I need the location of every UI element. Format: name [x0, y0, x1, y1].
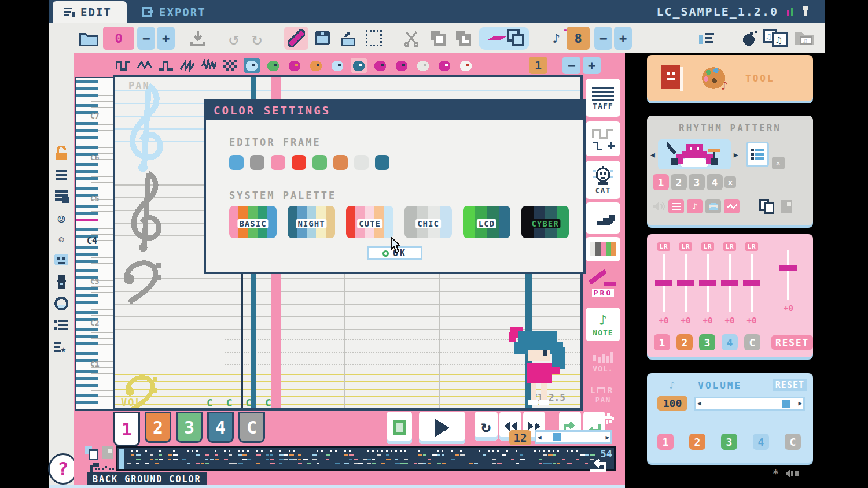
volume-right-arrow[interactable]: ▶: [798, 400, 802, 407]
key-list-icon[interactable]: [53, 317, 70, 334]
stamp-tool-icon[interactable]: [311, 27, 334, 50]
piano-black-key[interactable]: [76, 401, 98, 404]
list-icon[interactable]: [53, 166, 70, 183]
piano-black-key[interactable]: [76, 129, 98, 132]
instrument-frog-icon[interactable]: [264, 57, 282, 74]
cut-icon[interactable]: [400, 27, 423, 50]
editor-frame-swatch[interactable]: [354, 155, 369, 170]
instrument-fish-icon[interactable]: [243, 57, 260, 74]
instrument-plus-button[interactable]: +: [583, 57, 601, 74]
folder-icon[interactable]: [77, 27, 100, 50]
timeline-loop-icon[interactable]: [586, 457, 609, 475]
pan-slider-handle[interactable]: [677, 280, 694, 286]
piano-black-key[interactable]: [76, 228, 98, 231]
piano-black-key[interactable]: [76, 253, 98, 256]
lock-open-icon[interactable]: [53, 145, 70, 162]
track-tab-4[interactable]: 4: [207, 412, 234, 443]
piano-black-key[interactable]: [76, 122, 98, 125]
mode-stairs-button[interactable]: [586, 202, 620, 234]
stop-button[interactable]: [387, 412, 412, 444]
piano-black-key[interactable]: [76, 136, 98, 139]
rhythm-slot-3[interactable]: 3: [689, 174, 705, 190]
instrument-minus-button[interactable]: −: [562, 57, 580, 74]
song-plus-button[interactable]: +: [157, 27, 175, 50]
volume-reset-button[interactable]: RESET: [773, 379, 807, 391]
editor-frame-swatch[interactable]: [250, 155, 264, 170]
tool-panel[interactable]: ♪ TOOL: [647, 55, 813, 101]
piano-black-key[interactable]: [76, 219, 98, 221]
save-icon[interactable]: [187, 27, 209, 50]
piano-black-key[interactable]: [76, 205, 98, 208]
rhythm-slot-2[interactable]: 2: [671, 174, 687, 190]
ring-icon[interactable]: [53, 295, 70, 312]
wave-saw-icon[interactable]: [179, 57, 196, 74]
editor-frame-swatch[interactable]: [229, 155, 244, 170]
piano-black-key[interactable]: [76, 104, 98, 107]
instrument-robot-icon[interactable]: [457, 57, 475, 74]
bar-plus-button[interactable]: +: [614, 27, 632, 50]
mode-note-button[interactable]: ♪ NOTE: [586, 308, 620, 341]
rhythm-note-toggle[interactable]: ♪: [687, 199, 703, 213]
tab-export[interactable]: EXPORT: [131, 1, 224, 23]
mode-vol-button[interactable]: VOL.: [586, 347, 620, 377]
mode-pan-button[interactable]: LR PAN: [586, 379, 620, 409]
marker-icon[interactable]: [785, 469, 800, 478]
pan-slider-track[interactable]: [663, 254, 665, 312]
bomb-icon[interactable]: [739, 27, 760, 50]
duplicate-tool-button[interactable]: [479, 27, 529, 50]
sparkle-icon[interactable]: *: [773, 467, 779, 479]
manual-book-icon[interactable]: [660, 64, 685, 93]
rhythm-slot-x[interactable]: x: [724, 176, 736, 188]
smiley-icon[interactable]: ☺: [53, 210, 70, 228]
editor-frame-swatch[interactable]: [333, 155, 348, 170]
pan-slider-1[interactable]: LR+0: [653, 242, 675, 325]
pan-slider-4[interactable]: LR+0: [719, 242, 741, 325]
volume-channel-4[interactable]: 4: [753, 434, 769, 450]
scrollbar-handle[interactable]: [553, 433, 561, 441]
wave-pulse-icon[interactable]: [157, 57, 175, 74]
palette-cyber[interactable]: CYBER: [521, 206, 569, 238]
master-pan-slider[interactable]: [787, 250, 789, 300]
palette-chic[interactable]: CHIC: [404, 206, 452, 238]
track-tab-3[interactable]: 3: [176, 412, 203, 443]
editor-frame-swatch[interactable]: [292, 155, 306, 170]
piano-black-key[interactable]: [76, 246, 98, 249]
tab-edit[interactable]: EDIT: [53, 1, 127, 23]
timeline-copy-icon[interactable]: [84, 445, 100, 461]
mixer-channel-4[interactable]: 4: [722, 334, 738, 350]
marquee-tool-icon[interactable]: [363, 27, 385, 50]
pattern-next-arrow[interactable]: ▶: [734, 150, 738, 159]
timeline-paste-icon[interactable]: [101, 445, 116, 461]
pan-slider-track[interactable]: [707, 254, 709, 312]
song-minus-button[interactable]: −: [137, 27, 155, 50]
play-button[interactable]: [419, 412, 465, 444]
pan-slider-handle[interactable]: [721, 280, 738, 286]
mode-palette-button[interactable]: [586, 237, 620, 261]
piano-black-key[interactable]: [76, 87, 98, 90]
redo-icon[interactable]: ↻: [246, 27, 268, 50]
piano-black-key[interactable]: [76, 311, 98, 314]
wave-checker-icon[interactable]: [222, 57, 239, 74]
pencil-tool-button[interactable]: [284, 27, 308, 50]
pattern-prev-arrow[interactable]: ◀: [650, 150, 655, 159]
instrument-plant-icon[interactable]: [393, 57, 410, 74]
rhythm-drum-toggle[interactable]: [705, 199, 721, 213]
pan-slider-3[interactable]: LR+0: [697, 242, 719, 325]
editor-frame-swatch[interactable]: [312, 155, 327, 170]
piano-black-key[interactable]: [76, 212, 98, 215]
piano-black-key[interactable]: [76, 394, 98, 397]
track-tab-1[interactable]: 1: [113, 412, 140, 446]
instrument-page-box[interactable]: 1: [529, 57, 547, 74]
piano-black-key[interactable]: [76, 352, 98, 355]
palette-basic[interactable]: BASIC: [229, 206, 277, 238]
piano-black-key[interactable]: [76, 328, 98, 331]
piano-black-key[interactable]: [76, 370, 98, 373]
instrument-cat-icon[interactable]: [286, 57, 303, 74]
piano-black-key[interactable]: [76, 301, 98, 304]
song-folder-icon[interactable]: ♫: [792, 27, 816, 50]
song-number-box[interactable]: 0: [103, 27, 134, 50]
volume-channel-C[interactable]: C: [785, 434, 801, 450]
rhythm-paste-icon[interactable]: [779, 198, 795, 215]
song-scrollbar[interactable]: ◀ ▶: [535, 430, 612, 444]
rhythm-slot-4[interactable]: 4: [707, 174, 723, 190]
